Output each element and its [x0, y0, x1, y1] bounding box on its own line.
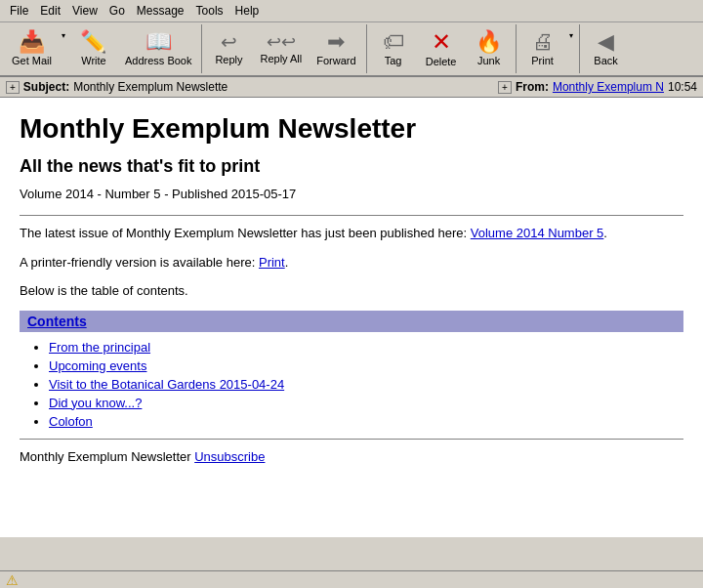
toc-link-1[interactable]: Upcoming events — [49, 358, 146, 373]
forward-button[interactable]: ➡ Forward — [310, 27, 362, 70]
back-label: Back — [594, 55, 617, 66]
list-item: Visit to the Botanical Gardens 2015-04-2… — [49, 377, 683, 392]
subject-expander[interactable]: + — [6, 81, 20, 94]
get-mail-button[interactable]: 📥 Get Mail — [5, 27, 59, 70]
get-mail-icon: 📥 — [19, 31, 45, 53]
delete-icon: ✕ — [432, 30, 451, 54]
address-book-button[interactable]: 📖 Address Book — [118, 27, 198, 70]
toolbar-separator-2 — [366, 24, 367, 73]
statusbar: ⚠ — [0, 570, 703, 588]
email-intro: The latest issue of Monthly Exemplum New… — [20, 224, 683, 243]
divider-2 — [20, 439, 683, 440]
time-value: 10:54 — [668, 80, 697, 94]
toc-link-0[interactable]: From the principal — [49, 340, 150, 355]
delete-label: Delete — [426, 56, 457, 67]
get-mail-label: Get Mail — [12, 55, 52, 66]
reply-button[interactable]: ↩ Reply — [205, 28, 252, 69]
write-icon: ✏️ — [80, 31, 106, 53]
tag-label: Tag — [385, 55, 402, 66]
forward-label: Forward — [316, 55, 355, 66]
back-icon: ◀ — [598, 31, 614, 53]
get-mail-dropdown[interactable]: ▾ — [59, 27, 68, 44]
menubar: File Edit View Go Message Tools Help — [0, 0, 703, 22]
email-footer: Monthly Exemplum Newsletter Unsubscribe — [20, 449, 683, 464]
print-button[interactable]: 🖨 Print — [519, 27, 566, 70]
unsubscribe-link[interactable]: Unsubscribe — [194, 449, 265, 464]
junk-button[interactable]: 🔥 Junk — [466, 27, 513, 70]
address-book-label: Address Book — [125, 55, 191, 66]
subject-bar: + Subject: Monthly Exemplum Newslette + … — [0, 77, 703, 98]
email-title: Monthly Exemplum Newsletter — [20, 113, 683, 145]
email-subtitle: All the news that's fit to print — [20, 156, 683, 177]
contents-list: From the principal Upcoming events Visit… — [20, 340, 683, 429]
tag-button[interactable]: 🏷 Tag — [370, 27, 417, 70]
menu-go[interactable]: Go — [103, 2, 131, 20]
toolbar-separator-1 — [201, 24, 202, 73]
divider-1 — [20, 215, 683, 216]
menu-help[interactable]: Help — [229, 2, 266, 20]
print-icon: 🖨 — [532, 31, 554, 53]
menu-message[interactable]: Message — [131, 2, 190, 20]
junk-label: Junk — [477, 55, 500, 66]
junk-icon: 🔥 — [476, 31, 502, 53]
write-label: Write — [81, 55, 105, 66]
print-label: Print — [531, 55, 554, 66]
email-meta: Volume 2014 - Number 5 - Published 2015-… — [20, 187, 683, 201]
toc-intro: Below is the table of contents. — [20, 281, 683, 301]
list-item: From the principal — [49, 340, 683, 355]
volume-link[interactable]: Volume 2014 Number 5 — [471, 226, 604, 240]
reply-all-label: Reply All — [260, 53, 302, 64]
reply-all-icon: ↩↩ — [267, 33, 296, 51]
reply-label: Reply — [215, 54, 242, 65]
write-button[interactable]: ✏️ Write — [70, 27, 117, 70]
toolbar-separator-4 — [579, 24, 580, 73]
email-printer: A printer-friendly version is available … — [20, 253, 683, 273]
from-value[interactable]: Monthly Exemplum N — [553, 80, 664, 94]
forward-icon: ➡ — [327, 31, 345, 53]
delete-button[interactable]: ✕ Delete — [418, 26, 465, 71]
list-item: Colofon — [49, 414, 683, 429]
list-item: Did you know...? — [49, 396, 683, 410]
back-button[interactable]: ◀ Back — [583, 27, 630, 70]
reply-all-button[interactable]: ↩↩ Reply All — [253, 29, 309, 68]
toolbar: 📥 Get Mail ▾ ✏️ Write 📖 Address Book ↩ R… — [0, 22, 703, 77]
tag-icon: 🏷 — [383, 31, 404, 53]
menu-file[interactable]: File — [4, 2, 34, 20]
menu-edit[interactable]: Edit — [34, 2, 66, 20]
status-icon: ⚠ — [6, 572, 19, 588]
reply-icon: ↩ — [221, 32, 237, 52]
toc-link-2[interactable]: Visit to the Botanical Gardens 2015-04-2… — [49, 377, 284, 392]
print-dropdown[interactable]: ▾ — [566, 27, 576, 44]
from-expander[interactable]: + — [498, 81, 512, 94]
contents-header[interactable]: Contents — [20, 311, 683, 332]
toc-link-4[interactable]: Colofon — [49, 414, 93, 429]
from-label: From: — [516, 80, 549, 94]
toc-link-3[interactable]: Did you know...? — [49, 396, 142, 410]
list-item: Upcoming events — [49, 358, 683, 373]
print-link[interactable]: Print — [259, 255, 285, 270]
toolbar-separator-3 — [516, 24, 517, 73]
subject-value: Monthly Exemplum Newslette — [73, 80, 494, 94]
menu-tools[interactable]: Tools — [190, 2, 229, 20]
email-content: Monthly Exemplum Newsletter All the news… — [0, 98, 703, 537]
subject-label: Subject: — [23, 80, 69, 94]
address-book-icon: 📖 — [145, 31, 172, 53]
menu-view[interactable]: View — [66, 2, 103, 20]
